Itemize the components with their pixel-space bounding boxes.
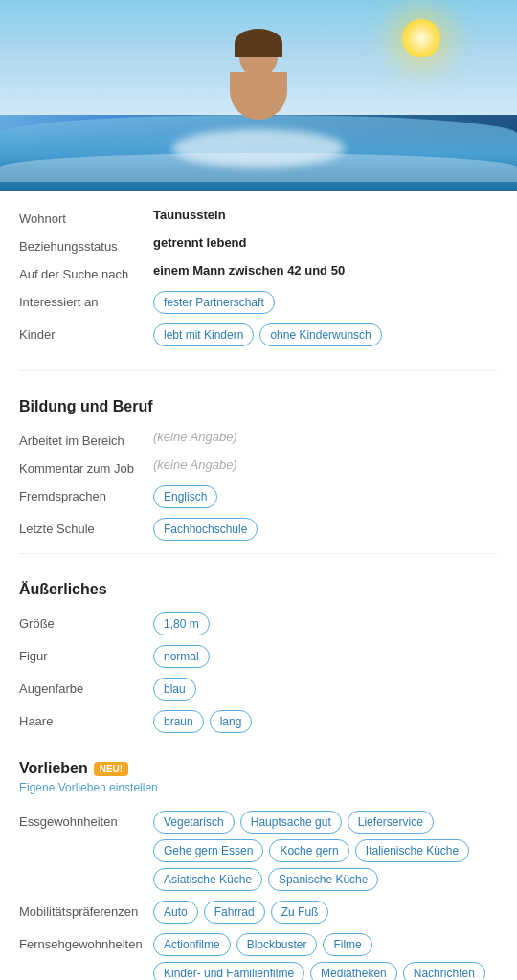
augenfarbe-label: Augenfarbe <box>19 678 153 696</box>
tag-item[interactable]: lang <box>210 710 253 733</box>
suche-label: Auf der Suche nach <box>19 263 153 281</box>
tag-item[interactable]: Actionfilme <box>153 933 231 956</box>
vorlieben-section: Vorlieben NEU! Eigene Vorlieben einstell… <box>19 746 498 980</box>
tag-item[interactable]: Nachrichten <box>403 962 485 980</box>
mobilitaet-tags: AutoFahrradZu Fuß <box>153 901 498 924</box>
arbeitet-value: (keine Angabe) <box>153 430 498 444</box>
tag-item[interactable]: Spanische Küche <box>268 868 378 891</box>
tag-item[interactable]: blau <box>153 678 196 701</box>
tag-item[interactable]: Lieferservice <box>348 811 434 834</box>
tag-item[interactable]: Gehe gern Essen <box>153 839 263 862</box>
mobilitaet-label: Mobilitätspräferenzen <box>19 901 153 919</box>
tag-item[interactable]: ohne Kinderwunsch <box>259 323 381 346</box>
tag-item[interactable]: Kinder- und Familienfilme <box>153 962 304 980</box>
bildung-title: Bildung und Beruf <box>19 398 498 415</box>
beziehungsstatus-value: getrennt lebend <box>153 235 498 250</box>
tag-item[interactable]: Koche gern <box>269 839 348 862</box>
tag-item[interactable]: 1,80 m <box>153 612 210 635</box>
kommentar-label: Kommentar zum Job <box>19 457 153 476</box>
schule-label: Letzte Schule <box>19 518 153 536</box>
schule-tags: Fachhochschule <box>153 518 498 541</box>
fremdsprachen-label: Fremdsprachen <box>19 485 153 503</box>
wohnort-label: Wohnort <box>19 208 153 226</box>
kinder-tags: lebt mit Kindernohne Kinderwunsch <box>153 323 498 346</box>
tag-item[interactable]: Englisch <box>153 485 217 508</box>
wohnort-value: Taunusstein <box>153 208 498 222</box>
tag-item[interactable]: Filme <box>323 933 371 956</box>
tag-item[interactable]: Zu Fuß <box>271 901 329 924</box>
hero-image <box>0 0 517 191</box>
tag-item[interactable]: Blockbuster <box>236 933 318 956</box>
tag-item[interactable]: Asiatische Küche <box>153 868 262 891</box>
tag-item[interactable]: lebt mit Kindern <box>153 323 254 346</box>
tag-item[interactable]: braun <box>153 710 204 733</box>
fernsehen-label: Fernsehgewohnheiten <box>19 933 153 951</box>
figur-label: Figur <box>19 645 153 663</box>
groesse-label: Größe <box>19 612 153 631</box>
tag-item[interactable]: Hauptsache gut <box>240 811 342 834</box>
kommentar-value: (keine Angabe) <box>153 457 498 472</box>
haare-tags: braunlang <box>153 710 498 733</box>
haare-label: Haare <box>19 710 153 728</box>
augenfarbe-tags: blau <box>153 678 498 701</box>
vorlieben-title: Vorlieben <box>19 760 88 777</box>
aeusserliches-section: Äußerliches Größe 1,80 m Figur normal Au… <box>19 553 498 738</box>
kinder-label: Kinder <box>19 323 153 342</box>
suche-value: einem Mann zwischen 42 und 50 <box>153 263 498 278</box>
tag-item[interactable]: normal <box>153 645 210 668</box>
tag-item[interactable]: fester Partnerschaft <box>153 291 275 314</box>
tag-item[interactable]: Vegetarisch <box>153 811 235 834</box>
neu-badge: NEU! <box>94 762 128 776</box>
essgewohnheiten-tags: VegetarischHauptsache gutLieferserviceGe… <box>153 811 498 891</box>
beziehungsstatus-label: Beziehungsstatus <box>19 235 153 254</box>
settings-link[interactable]: Eigene Vorlieben einstellen <box>19 781 498 794</box>
interessiert-label: Interessiert an <box>19 291 153 309</box>
tag-item[interactable]: Mediatheken <box>310 962 397 980</box>
arbeitet-label: Arbeitet im Bereich <box>19 430 153 448</box>
tag-item[interactable]: Italienische Küche <box>355 839 469 862</box>
tag-item[interactable]: Fahrrad <box>204 901 265 924</box>
groesse-tags: 1,80 m <box>153 612 498 635</box>
figur-tags: normal <box>153 645 498 668</box>
aeusserliches-title: Äußerliches <box>19 581 498 598</box>
essgewohnheiten-label: Essgewohnheiten <box>19 811 153 829</box>
tag-item[interactable]: Fachhochschule <box>153 518 258 541</box>
basic-info-section: Wohnort Taunusstein Beziehungsstatus get… <box>19 203 498 351</box>
bildung-section: Bildung und Beruf Arbeitet im Bereich (k… <box>19 370 498 546</box>
tag-item[interactable]: Auto <box>153 901 198 924</box>
fernsehen-tags: ActionfilmeBlockbusterFilmeKinder- und F… <box>153 933 498 980</box>
interessiert-tags: fester Partnerschaft <box>153 291 498 314</box>
fremdsprachen-tags: Englisch <box>153 485 498 508</box>
